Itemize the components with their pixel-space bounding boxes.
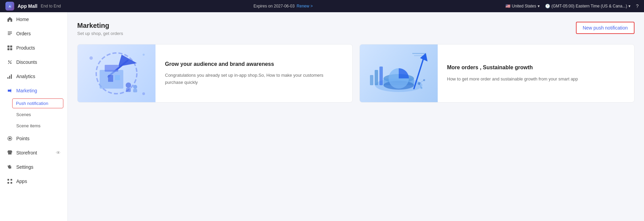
eye-icon[interactable]: 👁 (56, 150, 61, 155)
card-growth-title: More orders , Sustainable growth (447, 64, 578, 71)
sidebar-item-marketing[interactable]: Marketing (0, 84, 67, 98)
country-selector[interactable]: 🇺🇸 United States ▾ (505, 4, 540, 8)
sidebar-label-discounts: Discounts (16, 59, 37, 65)
tz-chevron-icon: ▾ (628, 4, 630, 8)
sidebar-label-marketing: Marketing (16, 88, 37, 93)
storefront-icon (7, 150, 13, 156)
sidebar-sublabel-scenes: Scenes (16, 112, 31, 117)
page-header: Marketing Set up shop, get orders New pu… (77, 22, 635, 36)
sidebar-item-settings[interactable]: Settings (0, 160, 67, 174)
card-audience-desc: Congratulations you already set up in-ap… (165, 72, 343, 86)
sidebar-item-apps[interactable]: Apps (0, 174, 67, 188)
card-growth-desc: How to get more order and sustainable gr… (447, 76, 578, 83)
sidebar-label-analytics: Analytics (16, 74, 35, 79)
card-audience-content: Grow your audience and brand awareness C… (155, 44, 352, 102)
svg-rect-14 (11, 74, 12, 79)
analytics-icon (7, 73, 13, 79)
svg-rect-28 (115, 75, 120, 80)
topbar-right: 🇺🇸 United States ▾ 🕐 (GMT-05:00) Eastern… (505, 3, 639, 9)
svg-rect-2 (8, 32, 12, 32)
svg-rect-43 (370, 75, 373, 85)
card-audience-title: Grow your audience and brand awareness (165, 60, 343, 68)
sidebar-label-home: Home (16, 17, 29, 22)
svg-rect-8 (10, 48, 12, 50)
svg-rect-27 (108, 75, 113, 82)
marketing-icon (7, 88, 13, 94)
sidebar-label-products: Products (16, 45, 35, 51)
svg-rect-30 (126, 88, 131, 92)
page-title: Marketing (77, 22, 123, 30)
new-push-notification-button[interactable]: New push notification (576, 22, 635, 34)
sidebar-label-orders: Orders (16, 31, 31, 36)
svg-text:A: A (9, 5, 11, 8)
clock-icon: 🕐 (545, 4, 550, 8)
sidebar-label-points: Points (16, 136, 29, 141)
svg-rect-17 (7, 179, 9, 181)
sidebar-item-orders[interactable]: Orders (0, 26, 67, 41)
products-icon (7, 45, 13, 51)
svg-rect-12 (7, 77, 8, 79)
timezone-label: (GMT-05:00) Eastern Time (US & Cana...) (552, 4, 627, 8)
sidebar-item-products[interactable]: Products (0, 41, 67, 55)
topbar: A App Mall End to End Expires on 2027-06… (0, 0, 644, 12)
card-growth-content: More orders , Sustainable growth How to … (438, 44, 588, 102)
discounts-icon (7, 59, 13, 65)
svg-point-35 (143, 54, 145, 56)
sidebar-subitem-push-notification[interactable]: Push notification (12, 98, 63, 108)
svg-rect-20 (11, 182, 12, 184)
cards-row: Grow your audience and brand awareness C… (77, 44, 635, 103)
sidebar-label-storefront: Storefront (16, 150, 37, 155)
sidebar-item-points[interactable]: Points (0, 131, 67, 146)
page-subtitle: Set up shop, get orders (77, 31, 123, 36)
svg-point-48 (420, 87, 422, 89)
svg-rect-3 (8, 33, 12, 34)
svg-point-33 (89, 56, 93, 60)
settings-icon (7, 164, 13, 170)
svg-point-9 (8, 60, 9, 62)
sidebar-sublabel-push-notification: Push notification (16, 101, 48, 106)
svg-rect-44 (375, 70, 378, 85)
svg-point-34 (142, 92, 145, 95)
svg-rect-32 (133, 89, 137, 92)
help-icon[interactable]: ? (636, 3, 639, 9)
sidebar-label-apps: Apps (16, 179, 27, 184)
svg-rect-7 (7, 48, 9, 50)
topbar-mid: Expires on 2027-06-03 Renew > (253, 4, 313, 8)
svg-point-16 (9, 137, 11, 140)
sidebar: Home Orders Products Discounts (0, 12, 68, 221)
layout: Home Orders Products Discounts (0, 12, 644, 221)
expires-label: Expires on 2027-06-03 (253, 4, 294, 8)
sidebar-item-analytics[interactable]: Analytics (0, 69, 67, 84)
topbar-left: A App Mall End to End (5, 2, 61, 11)
svg-rect-4 (8, 34, 11, 35)
svg-rect-26 (105, 65, 118, 72)
sidebar-item-discounts[interactable]: Discounts (0, 55, 67, 69)
svg-rect-52 (414, 55, 424, 56)
renew-link[interactable]: Renew > (297, 4, 313, 8)
home-icon (7, 16, 13, 22)
svg-point-31 (133, 85, 137, 89)
sidebar-subitem-scenes[interactable]: Scenes (0, 109, 67, 120)
svg-point-10 (10, 62, 12, 64)
app-subtitle: End to End (41, 4, 61, 8)
svg-rect-51 (412, 53, 426, 54)
sidebar-item-storefront[interactable]: Storefront 👁 (0, 146, 67, 160)
flag-icon: 🇺🇸 (505, 4, 511, 8)
svg-point-29 (126, 82, 131, 88)
sidebar-item-home[interactable]: Home (0, 12, 67, 26)
points-icon (7, 135, 13, 142)
sidebar-subitem-scene-items[interactable]: Scene items (0, 120, 67, 131)
main-content: Marketing Set up shop, get orders New pu… (68, 12, 644, 221)
svg-rect-45 (379, 67, 383, 85)
country-chevron-icon: ▾ (538, 4, 540, 8)
apps-icon (7, 178, 13, 184)
timezone-selector[interactable]: 🕐 (GMT-05:00) Eastern Time (US & Cana...… (545, 4, 630, 8)
svg-rect-6 (10, 45, 12, 48)
sidebar-sublabel-scene-items: Scene items (16, 123, 41, 128)
sidebar-label-settings: Settings (16, 164, 34, 170)
country-label: United States (512, 4, 536, 8)
app-logo: A (5, 2, 14, 11)
card-audience-image (78, 44, 155, 102)
card-growth-image (360, 44, 438, 102)
svg-rect-19 (7, 182, 9, 184)
